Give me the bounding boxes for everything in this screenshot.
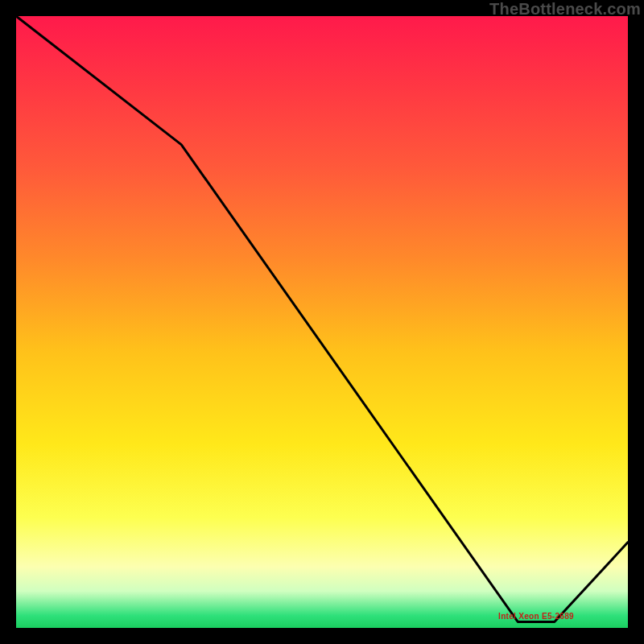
plot-gradient-background	[16, 16, 628, 628]
plot-area-border	[16, 16, 628, 628]
chart-stage: TheBottleneck.com Intel Xeon E5-2689	[0, 0, 644, 644]
